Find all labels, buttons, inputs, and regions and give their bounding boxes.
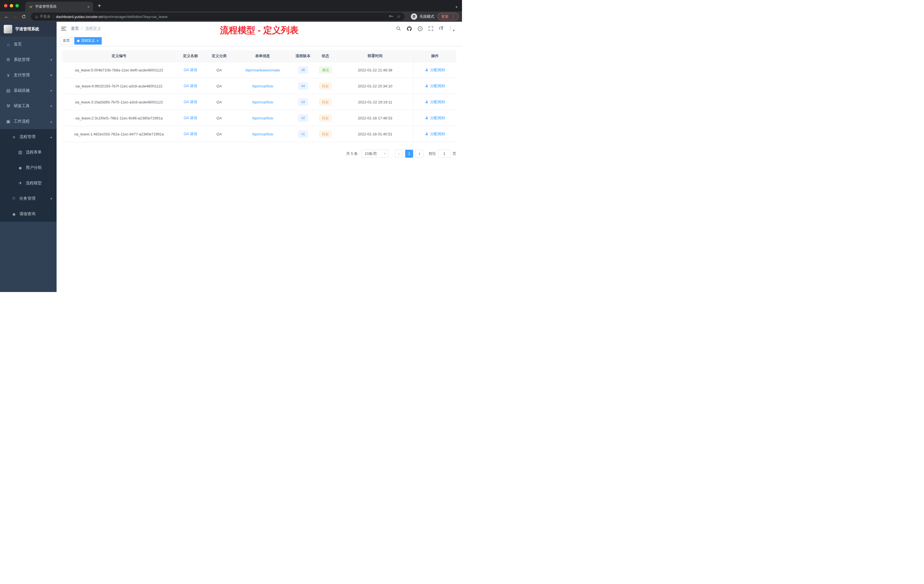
assign-rule-button[interactable]: 分配规则 bbox=[425, 115, 445, 120]
assign-rule-button[interactable]: 分配规则 bbox=[425, 68, 445, 73]
sidebar-item-label: 研发工具 bbox=[14, 104, 30, 109]
page-size-select[interactable]: 10条/页 ▾ bbox=[362, 150, 389, 158]
update-label: 更新 bbox=[441, 14, 449, 19]
sidebar-item-label: 首页 bbox=[14, 42, 22, 47]
breadcrumb: 首页 / 流程定义 bbox=[71, 26, 101, 31]
person-icon bbox=[425, 132, 429, 136]
chevron-up-icon: ▴ bbox=[50, 135, 52, 139]
sidebar-item-workflow[interactable]: ▣ 工作流程 ▴ bbox=[0, 114, 56, 129]
person-icon bbox=[425, 100, 429, 104]
search-icon[interactable] bbox=[396, 26, 401, 31]
sidebar-item-payment-management[interactable]: ¥ 支付管理 ▾ bbox=[0, 68, 56, 83]
font-size-icon[interactable]: TT bbox=[439, 26, 444, 31]
col-form-info: 表单信息 bbox=[233, 50, 292, 62]
breadcrumb-separator: / bbox=[81, 26, 82, 31]
sidebar-collapse-icon[interactable] bbox=[61, 26, 66, 31]
sidebar-menu: ⌂ 首页 ⚙ 系统管理 ▾ ¥ 支付管理 ▾ ▤ 基础设施 ▾ ⚒ 研发工具 ▾ bbox=[0, 36, 56, 222]
assign-rule-button[interactable]: 分配规则 bbox=[425, 132, 445, 137]
definition-category: OA bbox=[216, 132, 222, 136]
form-link[interactable]: /bpm/oa/flow bbox=[252, 100, 273, 104]
server-icon: ▤ bbox=[6, 88, 11, 93]
tag-home[interactable]: 首页 bbox=[60, 37, 73, 45]
sidebar-logo[interactable]: 芋道管理系统 bbox=[0, 22, 56, 36]
version-badge: v2 bbox=[298, 115, 308, 121]
next-page-button[interactable]: › bbox=[416, 150, 423, 158]
form-link[interactable]: /bpm/oa/flow bbox=[252, 132, 273, 136]
sidebar-item-label: 基础设施 bbox=[14, 88, 30, 93]
definition-name-link[interactable]: OA 请假 bbox=[184, 68, 198, 72]
version-badge: v4 bbox=[298, 82, 308, 89]
person-icon bbox=[425, 68, 429, 72]
definition-name-link[interactable]: OA 请假 bbox=[184, 132, 198, 136]
security-status[interactable]: ⚠ 不安全 bbox=[35, 14, 51, 19]
sidebar-item-process-form[interactable]: ▥ 流程表单 bbox=[0, 145, 56, 160]
reload-button[interactable] bbox=[20, 12, 28, 21]
window-controls bbox=[0, 4, 23, 7]
tab-close-icon[interactable]: × bbox=[87, 5, 90, 9]
chevron-down-icon: ▾ bbox=[50, 104, 52, 108]
sidebar-item-infrastructure[interactable]: ▤ 基础设施 ▾ bbox=[0, 83, 56, 98]
tag-label: 流程定义 bbox=[81, 38, 95, 43]
password-key-icon[interactable] bbox=[389, 14, 393, 20]
deploy-time: 2022-01-16 01:40:51 bbox=[358, 132, 392, 136]
forward-button[interactable]: → bbox=[11, 12, 20, 21]
breadcrumb-home[interactable]: 首页 bbox=[71, 26, 79, 31]
back-button[interactable]: ← bbox=[2, 12, 11, 21]
definition-name-link[interactable]: OA 请假 bbox=[184, 84, 198, 88]
browser-menu-icon[interactable]: ⋮ bbox=[451, 14, 455, 19]
browser-toolbar: ← → ⚠ 不安全 dashboard.yudao.iocoder.cn/bpm… bbox=[0, 12, 462, 22]
window-zoom-button[interactable] bbox=[15, 4, 19, 7]
page-number-button[interactable]: 1 bbox=[405, 150, 413, 158]
sidebar-item-task-management[interactable]: ⚐ 任务管理 ▾ bbox=[0, 191, 56, 206]
app-frame: 芋道管理系统 ⌂ 首页 ⚙ 系统管理 ▾ ¥ 支付管理 ▾ ▤ 基础设施 ▾ bbox=[0, 22, 462, 292]
browser-update-button[interactable]: 更新 ⋮ bbox=[438, 13, 459, 20]
col-definition-id: 定义编号 bbox=[62, 50, 176, 62]
sidebar: 芋道管理系统 ⌂ 首页 ⚙ 系统管理 ▾ ¥ 支付管理 ▾ ▤ 基础设施 ▾ bbox=[0, 22, 56, 292]
sidebar-item-leave-query[interactable]: ☻ 请假查询 bbox=[0, 206, 56, 222]
security-label: 不安全 bbox=[40, 14, 51, 19]
assign-rule-button[interactable]: 分配规则 bbox=[425, 83, 445, 89]
window-close-button[interactable] bbox=[4, 4, 7, 7]
tab-strip: 芋道管理系统 × + ▾ bbox=[0, 0, 462, 12]
form-link[interactable]: /bpm/oa/leave/create bbox=[245, 68, 280, 72]
version-badge: v1 bbox=[298, 130, 308, 137]
incognito-icon bbox=[411, 13, 417, 20]
form-link[interactable]: /bpm/oa/flow bbox=[252, 84, 273, 88]
fullscreen-icon[interactable] bbox=[428, 26, 434, 31]
tag-process-definition[interactable]: 流程定义 × bbox=[74, 37, 102, 45]
sidebar-item-home[interactable]: ⌂ 首页 bbox=[0, 36, 56, 52]
status-badge: 挂起 bbox=[319, 130, 332, 137]
url-text[interactable]: dashboard.yudao.iocoder.cn/bpm/manager/d… bbox=[56, 15, 386, 19]
tab-title: 芋道管理系统 bbox=[35, 4, 85, 9]
sidebar-item-process-management[interactable]: ≡ 流程管理 ▴ bbox=[0, 129, 56, 145]
github-icon[interactable] bbox=[407, 26, 412, 31]
sidebar-item-system-management[interactable]: ⚙ 系统管理 ▾ bbox=[0, 52, 56, 68]
definition-name-link[interactable]: OA 请假 bbox=[184, 100, 198, 104]
window-minimize-button[interactable] bbox=[10, 4, 13, 7]
person-icon bbox=[425, 84, 429, 88]
address-bar[interactable]: ⚠ 不安全 dashboard.yudao.iocoder.cn/bpm/man… bbox=[31, 13, 404, 21]
avatar-caret-icon: ▾ bbox=[453, 28, 455, 32]
definition-name-link[interactable]: OA 请假 bbox=[184, 116, 198, 120]
definition-category: OA bbox=[216, 68, 222, 72]
col-definition-category: 定义分类 bbox=[205, 50, 233, 62]
goto-page-input[interactable] bbox=[438, 150, 450, 158]
bookmark-star-icon[interactable]: ☆ bbox=[397, 14, 401, 19]
tag-close-icon[interactable]: × bbox=[97, 39, 99, 43]
tab-search-caret-icon[interactable]: ▾ bbox=[455, 5, 457, 9]
new-tab-button[interactable]: + bbox=[98, 3, 101, 9]
sidebar-item-user-group[interactable]: ☻ 用户分组 bbox=[0, 160, 56, 175]
prev-page-button[interactable]: ‹ bbox=[395, 150, 403, 158]
definition-category: OA bbox=[216, 116, 222, 120]
help-icon[interactable]: ? bbox=[417, 26, 423, 31]
deploy-time: 2022-01-22 21:48:38 bbox=[358, 68, 392, 72]
form-link[interactable]: /bpm/oa/flow bbox=[252, 116, 273, 120]
sidebar-item-dev-tools[interactable]: ⚒ 研发工具 ▾ bbox=[0, 98, 56, 114]
sidebar-item-label: 支付管理 bbox=[14, 73, 30, 78]
browser-tab[interactable]: 芋道管理系统 × bbox=[25, 2, 93, 12]
assign-rule-button[interactable]: 分配规则 bbox=[425, 99, 445, 105]
sidebar-item-process-model[interactable]: ✈ 流程模型 bbox=[0, 175, 56, 191]
chevron-up-icon: ▴ bbox=[50, 120, 52, 124]
user-avatar[interactable]: ▾ bbox=[450, 26, 450, 31]
incognito-label: 无痕模式 bbox=[419, 14, 434, 19]
